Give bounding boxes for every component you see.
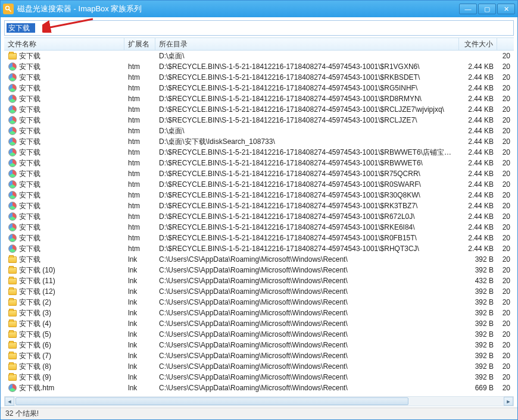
htm-file-icon <box>8 180 17 189</box>
filename-text: 安下载 <box>19 126 40 136</box>
table-row[interactable]: 安下载 (9)lnkC:\Users\CS\AppData\Roaming\Mi… <box>4 372 514 383</box>
table-row[interactable]: 安下载htmD:\桌面\2.44 KB20 <box>4 126 514 136</box>
cell-extension: lnk <box>124 266 155 274</box>
scroll-left-button[interactable]: ◄ <box>5 397 14 406</box>
cell-directory: C:\Users\CS\AppData\Roaming\Microsoft\Wi… <box>155 373 459 381</box>
status-bar: 32 个结果! <box>1 408 517 419</box>
cell-filesize: 2.44 KB <box>459 191 497 199</box>
cell-directory: D:\$RECYCLE.BIN\S-1-5-21-18412216-171840… <box>155 148 459 158</box>
shortcut-folder-icon <box>8 351 17 361</box>
cell-filesize: 669 B <box>459 384 497 392</box>
filename-text: 安下载 <box>19 105 40 115</box>
htm-file-icon <box>8 83 17 93</box>
cell-directory: D:\$RECYCLE.BIN\S-1-5-21-18412216-171840… <box>155 73 459 82</box>
titlebar[interactable]: 磁盘光速搜索器 - ImapBox 家族系列 — ▢ ✕ <box>1 1 517 17</box>
table-row[interactable]: 安下载htmD:\$RECYCLE.BIN\S-1-5-21-18412216-… <box>4 72 514 83</box>
table-row[interactable]: 安下载htmD:\$RECYCLE.BIN\S-1-5-21-18412216-… <box>4 211 514 222</box>
cell-extension: lnk <box>124 384 155 392</box>
header-extension[interactable]: 扩展名 <box>124 38 155 50</box>
htm-file-icon <box>8 190 17 200</box>
table-row[interactable]: 安下载 (10)lnkC:\Users\CS\AppData\Roaming\M… <box>4 265 514 275</box>
cell-filename: 安下载 (8) <box>4 362 124 372</box>
cell-directory: C:\Users\CS\AppData\Roaming\Microsoft\Wi… <box>155 266 459 274</box>
table-row[interactable]: 安下载D:\桌面\20 <box>4 51 514 61</box>
table-row[interactable]: 安下载htmD:\$RECYCLE.BIN\S-1-5-21-18412216-… <box>4 93 514 104</box>
filename-text: 安下载 <box>19 180 40 190</box>
table-row[interactable]: 安下载htmD:\$RECYCLE.BIN\S-1-5-21-18412216-… <box>4 147 514 158</box>
table-row[interactable]: 安下载htmD:\$RECYCLE.BIN\S-1-5-21-18412216-… <box>4 168 514 179</box>
htm-file-icon <box>8 105 17 114</box>
cell-extension: htm <box>124 62 155 71</box>
table-row[interactable]: 安下载htmD:\$RECYCLE.BIN\S-1-5-21-18412216-… <box>4 200 514 211</box>
filename-text: 安下载 <box>19 115 40 126</box>
cell-extra: 20 <box>497 191 514 199</box>
close-button[interactable]: ✕ <box>497 4 515 14</box>
cell-filename: 安下载 <box>4 158 124 168</box>
cell-filesize: 2.44 KB <box>459 245 497 253</box>
cell-directory: C:\Users\CS\AppData\Roaming\Microsoft\Wi… <box>155 330 459 338</box>
maximize-button[interactable]: ▢ <box>478 4 496 14</box>
cell-filename: 安下载 <box>4 222 124 233</box>
table-row[interactable]: 安下载 (6)lnkC:\Users\CS\AppData\Roaming\Mi… <box>4 340 514 350</box>
shortcut-folder-icon <box>8 319 17 328</box>
cell-extra: 20 <box>497 341 514 349</box>
cell-extension: htm <box>124 180 155 189</box>
cell-filename: 安下载 <box>4 94 124 104</box>
table-row[interactable]: 安下载htmD:\$RECYCLE.BIN\S-1-5-21-18412216-… <box>4 158 514 168</box>
filename-text: 安下载 <box>19 233 40 243</box>
file-list[interactable]: 安下载D:\桌面\20安下载htmD:\$RECYCLE.BIN\S-1-5-2… <box>4 51 514 396</box>
header-extra[interactable] <box>497 38 514 50</box>
search-input[interactable] <box>7 23 35 33</box>
filename-text: 安下载 (12) <box>19 287 55 297</box>
table-row[interactable]: 安下载 (4)lnkC:\Users\CS\AppData\Roaming\Mi… <box>4 318 514 329</box>
table-row[interactable]: 安下载htmD:\$RECYCLE.BIN\S-1-5-21-18412216-… <box>4 179 514 190</box>
table-row[interactable]: 安下载htmD:\$RECYCLE.BIN\S-1-5-21-18412216-… <box>4 83 514 93</box>
filename-text: 安下载 (11) <box>19 276 55 286</box>
header-directory[interactable]: 所在目录 <box>155 38 459 50</box>
cell-filename: 安下载 <box>4 169 124 179</box>
table-row[interactable]: 安下载 (2)lnkC:\Users\CS\AppData\Roaming\Mi… <box>4 297 514 308</box>
header-filesize[interactable]: 文件大小 <box>459 38 497 50</box>
table-row[interactable]: 安下载htmD:\$RECYCLE.BIN\S-1-5-21-18412216-… <box>4 115 514 126</box>
window-title: 磁盘光速搜索器 - ImapBox 家族系列 <box>17 4 458 14</box>
horizontal-scrollbar[interactable]: ◄ ► <box>4 396 514 406</box>
table-row[interactable]: 安下载 (7)lnkC:\Users\CS\AppData\Roaming\Mi… <box>4 350 514 361</box>
scrollbar-thumb[interactable] <box>15 397 408 405</box>
table-row[interactable]: 安下载 (8)lnkC:\Users\CS\AppData\Roaming\Mi… <box>4 361 514 372</box>
cell-extension: lnk <box>124 309 155 317</box>
table-row[interactable]: 安下载 (12)lnkC:\Users\CS\AppData\Roaming\M… <box>4 286 514 297</box>
minimize-button[interactable]: — <box>459 4 477 14</box>
shortcut-folder-icon <box>8 276 17 286</box>
scroll-right-button[interactable]: ► <box>504 397 513 406</box>
cell-directory: D:\$RECYCLE.BIN\S-1-5-21-18412216-171840… <box>155 84 459 92</box>
cell-filesize: 392 B <box>459 330 497 338</box>
shortcut-folder-icon <box>8 255 17 264</box>
header-filename[interactable]: 文件名称 <box>4 38 124 50</box>
cell-directory: D:\$RECYCLE.BIN\S-1-5-21-18412216-171840… <box>155 191 459 199</box>
table-row[interactable]: 安下载lnkC:\Users\CS\AppData\Roaming\Micros… <box>4 254 514 265</box>
table-row[interactable]: 安下载htmD:\$RECYCLE.BIN\S-1-5-21-18412216-… <box>4 222 514 233</box>
table-row[interactable]: 安下载 (5)lnkC:\Users\CS\AppData\Roaming\Mi… <box>4 329 514 340</box>
cell-filename: 安下载 (3) <box>4 308 124 318</box>
cell-filename: 安下载 <box>4 137 124 147</box>
filename-text: 安下载 <box>19 148 40 158</box>
table-row[interactable]: 安下载htmD:\$RECYCLE.BIN\S-1-5-21-18412216-… <box>4 104 514 115</box>
table-row[interactable]: 安下载htmD:\$RECYCLE.BIN\S-1-5-21-18412216-… <box>4 243 514 254</box>
cell-extra: 20 <box>497 287 514 296</box>
filename-text: 安下载 (2) <box>19 297 51 308</box>
cell-directory: C:\Users\CS\AppData\Roaming\Microsoft\Wi… <box>155 309 459 317</box>
table-row[interactable]: 安下载.htmlnkC:\Users\CS\AppData\Roaming\Mi… <box>4 383 514 393</box>
table-row[interactable]: 安下载htmD:\$RECYCLE.BIN\S-1-5-21-18412216-… <box>4 190 514 200</box>
table-row[interactable]: 安下载htmD:\$RECYCLE.BIN\S-1-5-21-18412216-… <box>4 233 514 243</box>
cell-extra: 20 <box>497 137 514 146</box>
cell-extension: htm <box>124 73 155 82</box>
table-row[interactable]: 安下载htmD:\$RECYCLE.BIN\S-1-5-21-18412216-… <box>4 61 514 72</box>
cell-extra: 20 <box>497 84 514 92</box>
htm-file-icon <box>8 158 17 168</box>
app-icon <box>3 4 14 14</box>
table-row[interactable]: 安下载 (3)lnkC:\Users\CS\AppData\Roaming\Mi… <box>4 308 514 318</box>
shortcut-folder-icon <box>8 330 17 339</box>
table-row[interactable]: 安下载htmD:\桌面\安下载\IdiskSearch_108733\2.44 … <box>4 136 514 147</box>
htm-file-icon <box>8 62 17 71</box>
table-row[interactable]: 安下载 (11)lnkC:\Users\CS\AppData\Roaming\M… <box>4 275 514 286</box>
